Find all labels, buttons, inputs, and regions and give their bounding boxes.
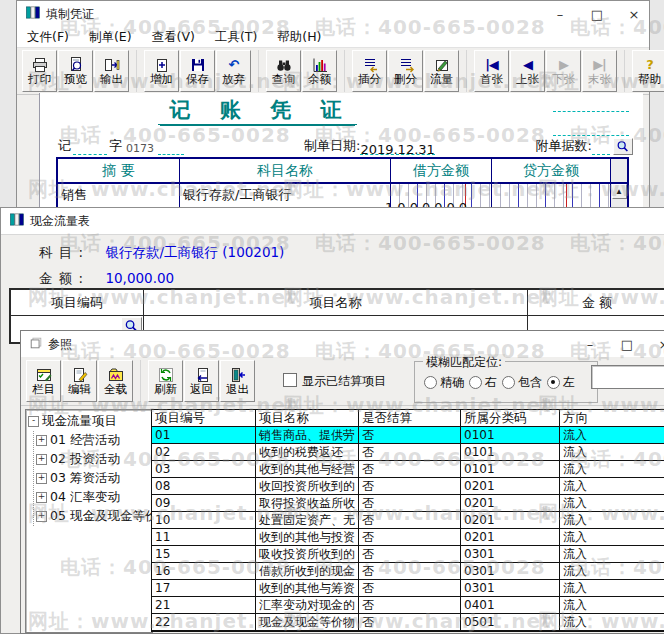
- voucher-tb-undo-button[interactable]: ↶放弃: [216, 50, 251, 92]
- make-date-value[interactable]: 2019.12.31: [360, 142, 434, 155]
- voucher-tb-delete-split-button[interactable]: 删分: [388, 50, 423, 92]
- menu-item-0[interactable]: 文件(F): [17, 29, 79, 46]
- col-header-0[interactable]: 项目编号: [152, 410, 256, 427]
- attach-count-blank[interactable]: [592, 142, 610, 155]
- radio-包含[interactable]: [502, 376, 515, 389]
- voucher-cell-account[interactable]: 银行存款/工商银行: [180, 184, 391, 207]
- voucher-tb-button-label: 输出: [100, 73, 123, 86]
- close-button[interactable]: ×: [644, 331, 664, 357]
- ref-tb-refresh-button[interactable]: 刷新: [148, 360, 183, 402]
- scroll-up-button[interactable]: ▲: [612, 184, 627, 199]
- voucher-tb-button-label: 放弃: [222, 73, 245, 86]
- tree-item-4[interactable]: +05 现金及现金等价: [36, 507, 152, 526]
- voucher-tb-flow-pen-button[interactable]: 流量: [424, 50, 459, 92]
- table-row[interactable]: 01销售商品、提供劳否0101流入: [152, 427, 664, 444]
- minimize-button[interactable]: –: [570, 331, 610, 357]
- voucher-tb-preview-button[interactable]: 预览: [58, 50, 93, 92]
- load-all-icon: [108, 366, 124, 383]
- cf-col-item-name: 项目名称: [144, 290, 528, 316]
- voucher-cell-summary[interactable]: 销售: [58, 184, 180, 207]
- radio-右[interactable]: [469, 376, 482, 389]
- table-row[interactable]: 08收回投资所收到的否0201流入: [152, 478, 664, 495]
- voucher-no-blank[interactable]: [73, 142, 107, 155]
- voucher-cell-credit[interactable]: [492, 184, 611, 207]
- maximize-button[interactable]: □: [607, 331, 647, 357]
- voucher-tb-add-button[interactable]: 增加: [144, 50, 179, 92]
- tree-expand-icon[interactable]: +: [36, 473, 47, 484]
- ref-tb-button-label: 退出: [226, 383, 249, 396]
- voucher-tb-export-button[interactable]: 输出: [94, 50, 129, 92]
- table-row[interactable]: 10处置固定资产、无否0201流入: [152, 512, 664, 529]
- table-row[interactable]: 09取得投资收益所收否0201流入: [152, 495, 664, 512]
- voucher-tb-nav-first-button[interactable]: |◀首张: [474, 50, 509, 92]
- voucher-cell-debit[interactable]: 1000000: [391, 184, 492, 207]
- table-row[interactable]: 21汇率变动对现金的否0401流入: [152, 597, 664, 614]
- ref-tb-exit-door-button[interactable]: 退出: [220, 360, 255, 402]
- voucher-tb-insert-split-button[interactable]: 插分: [352, 50, 387, 92]
- tree-item-1[interactable]: +02 投资活动: [36, 450, 152, 469]
- settled-checkbox-row[interactable]: 显示已结算项目: [283, 373, 386, 390]
- tree-expand-icon[interactable]: +: [36, 435, 47, 446]
- voucher-tb-nav-prev-button[interactable]: ◀上张: [510, 50, 545, 92]
- menu-item-4[interactable]: 帮助(H): [267, 29, 331, 46]
- table-row[interactable]: 16借款所收到的现金否0301流入: [152, 563, 664, 580]
- cell: 22: [152, 614, 256, 631]
- radio-精确[interactable]: [424, 376, 437, 389]
- radio-label-0: 精确: [440, 374, 464, 391]
- cell: 收到的其他与经营: [256, 461, 359, 478]
- menu-item-3[interactable]: 工具(T): [205, 29, 267, 46]
- cell: 否: [359, 563, 461, 580]
- tree-item-label: 03 筹资活动: [50, 470, 120, 487]
- voucher-tb-help-button[interactable]: ?帮助: [632, 50, 664, 92]
- tree-collapse-icon[interactable]: -: [28, 416, 39, 427]
- col-header-1[interactable]: 项目名称: [256, 410, 359, 427]
- col-header-2[interactable]: 是否结算: [359, 410, 461, 427]
- radio-左[interactable]: [547, 376, 560, 389]
- tree-item-2[interactable]: +03 筹资活动: [36, 469, 152, 488]
- voucher-tb-group: ?帮助退出: [632, 50, 664, 92]
- ref-tb-columns-button[interactable]: 栏目: [26, 360, 61, 402]
- settled-checkbox[interactable]: [283, 373, 297, 387]
- cell: 取得投资收益所收: [256, 495, 359, 512]
- cell: 流入: [560, 546, 664, 563]
- voucher-tb-chart-button[interactable]: 余额: [302, 50, 337, 92]
- col-header-3[interactable]: 所属分类码: [461, 410, 560, 427]
- table-row[interactable]: 15吸收投资所收到的否0301流入: [152, 546, 664, 563]
- table-row[interactable]: 22现金及现金等价物否0501流入: [152, 614, 664, 631]
- table-row[interactable]: 02收到的税费返还否0101流入: [152, 444, 664, 461]
- tree-item-3[interactable]: +04 汇率变动: [36, 488, 152, 507]
- cell: 流入: [560, 529, 664, 546]
- minimize-button[interactable]: –: [540, 1, 580, 27]
- voucher-no-blank2: [158, 142, 184, 155]
- ref-tb-button-label: 刷新: [154, 383, 177, 396]
- close-button[interactable]: ×: [614, 1, 654, 27]
- voucher-tb-group: 增加保存↶放弃: [144, 50, 259, 92]
- col-header-4[interactable]: 方向: [560, 410, 664, 427]
- tree-item-0[interactable]: +01 经营活动: [36, 431, 152, 450]
- cell: 汇率变动对现金的: [256, 597, 359, 614]
- cell: 流入: [560, 563, 664, 580]
- tree-expand-icon[interactable]: +: [36, 454, 47, 465]
- voucher-no-suffix: 字: [109, 137, 122, 155]
- ref-tb-edit-button[interactable]: 编辑: [62, 360, 97, 402]
- table-row[interactable]: 17收到的其他与筹资否0301流入: [152, 580, 664, 597]
- voucher-tb-button-label: 保存: [186, 73, 209, 86]
- menu-item-1[interactable]: 制单(E): [79, 29, 142, 46]
- match-search-input[interactable]: [591, 365, 664, 389]
- menu-item-2[interactable]: 查看(V): [142, 29, 205, 46]
- ref-tb-back-button[interactable]: 返回: [184, 360, 219, 402]
- voucher-tb-printer-button[interactable]: 打印: [22, 50, 57, 92]
- voucher-scrollbar[interactable]: ▲: [611, 184, 627, 207]
- maximize-button[interactable]: □: [577, 1, 617, 27]
- table-row[interactable]: 11收到的其他与投资否0201流入: [152, 529, 664, 546]
- cell: 收到的税费返还: [256, 444, 359, 461]
- tree-expand-icon[interactable]: +: [36, 511, 47, 522]
- cell: 否: [359, 478, 461, 495]
- voucher-tb-binoculars-button[interactable]: 查询: [266, 50, 301, 92]
- tree-expand-icon[interactable]: +: [36, 492, 47, 503]
- ref-tb-load-all-button[interactable]: 全载: [98, 360, 133, 402]
- tree-root[interactable]: - 现金流量项目: [28, 412, 152, 431]
- voucher-tb-save-button[interactable]: 保存: [180, 50, 215, 92]
- attach-count-lookup-button[interactable]: [613, 138, 633, 155]
- table-row[interactable]: 03收到的其他与经营否0101流入: [152, 461, 664, 478]
